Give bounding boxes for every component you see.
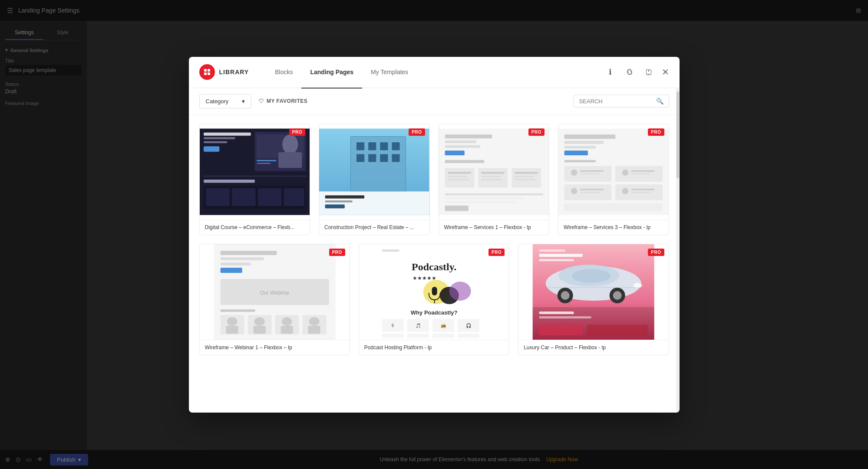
svg-rect-28 <box>392 142 399 150</box>
svg-point-11 <box>282 134 298 154</box>
svg-rect-56 <box>445 197 523 199</box>
svg-point-94 <box>227 317 237 326</box>
svg-rect-141 <box>587 325 648 335</box>
svg-rect-53 <box>514 176 534 177</box>
svg-rect-19 <box>232 188 255 206</box>
svg-rect-127 <box>539 259 574 261</box>
svg-rect-70 <box>580 170 604 172</box>
svg-rect-101 <box>308 326 320 334</box>
svg-rect-61 <box>564 141 604 144</box>
svg-text:📻: 📻 <box>440 323 446 328</box>
svg-rect-76 <box>580 188 604 190</box>
svg-rect-32 <box>392 154 399 162</box>
template-card-wireframe3[interactable]: PRO Wireframe – Services 3 – Flexbox - l… <box>558 124 669 235</box>
svg-rect-21 <box>284 188 304 206</box>
svg-rect-43 <box>445 167 474 187</box>
modal-header-actions: ℹ ✕ <box>604 66 669 78</box>
svg-rect-1 <box>208 69 210 72</box>
svg-rect-63 <box>564 151 588 155</box>
category-dropdown[interactable]: Category ▾ <box>199 94 251 108</box>
heart-icon: ♡ <box>258 98 264 105</box>
svg-rect-5 <box>204 132 251 135</box>
svg-rect-3 <box>208 72 210 75</box>
library-modal: LIBRARY Blocks Landing Pages My Template… <box>189 57 680 413</box>
template-card-title: Wireframe – Webinar 1 – Flexbox – lp <box>200 340 350 355</box>
scrollbar-thumb[interactable] <box>677 92 679 178</box>
pro-badge: PRO <box>289 128 305 136</box>
templates-row-1: PRO Digital Course – eCommerce – Flexb..… <box>199 124 669 235</box>
template-card-image: Podcastly. ★★★★★ <box>359 244 509 340</box>
template-card-title: Luxury Car – Product – Flexbox - lp <box>518 340 668 355</box>
svg-rect-15 <box>204 176 306 177</box>
svg-rect-62 <box>564 146 596 148</box>
modal-toolbar: Category ▾ ♡ MY FAVORITES 🔍 <box>189 88 680 115</box>
template-card-digital-course[interactable]: PRO Digital Course – eCommerce – Flexb..… <box>199 124 310 235</box>
svg-rect-71 <box>580 173 600 174</box>
template-card-podcast[interactable]: Podcastly. ★★★★★ <box>359 244 509 355</box>
svg-rect-99 <box>281 326 293 334</box>
svg-point-135 <box>634 283 642 288</box>
svg-rect-74 <box>631 173 650 174</box>
svg-rect-122 <box>432 334 454 338</box>
svg-rect-140 <box>539 325 583 335</box>
svg-rect-44 <box>478 167 508 187</box>
svg-rect-33 <box>319 191 429 215</box>
template-card-title: Podcast Hosting Platform - lp <box>359 340 509 355</box>
save-icon[interactable] <box>643 66 655 78</box>
search-area[interactable]: 🔍 <box>574 95 669 108</box>
svg-rect-49 <box>481 172 504 174</box>
close-button[interactable]: ✕ <box>662 67 669 77</box>
svg-rect-138 <box>539 312 574 314</box>
pro-badge: PRO <box>528 128 545 136</box>
svg-rect-77 <box>580 192 600 193</box>
svg-rect-103 <box>382 249 399 252</box>
svg-rect-121 <box>407 334 429 338</box>
svg-rect-7 <box>204 141 227 143</box>
svg-rect-95 <box>226 326 238 334</box>
template-card-image: PRO <box>200 124 310 220</box>
tab-landing-pages[interactable]: Landing Pages <box>301 65 362 79</box>
svg-rect-47 <box>447 176 467 177</box>
svg-rect-58 <box>445 205 468 211</box>
svg-rect-20 <box>257 188 281 206</box>
svg-rect-13 <box>257 160 276 161</box>
template-card-title: Digital Course – eCommerce – Flexb... <box>200 220 310 235</box>
svg-text:★★★★★: ★★★★★ <box>412 275 436 281</box>
svg-rect-38 <box>445 134 492 138</box>
svg-rect-84 <box>220 257 264 260</box>
svg-rect-26 <box>368 142 376 150</box>
svg-point-110 <box>449 282 471 301</box>
template-card-construction[interactable]: PRO Construction Project – Real Estate –… <box>319 124 430 235</box>
svg-rect-139 <box>539 316 591 318</box>
template-card-wireframe1[interactable]: PRO Wireframe – Services 1 – Flexbox - l… <box>439 124 550 235</box>
svg-rect-51 <box>481 179 502 180</box>
pro-badge: PRO <box>488 249 505 256</box>
info-icon[interactable]: ℹ <box>604 66 617 78</box>
template-card-luxury-car[interactable]: PRO Luxury Car – Product – Flexbox - lp <box>518 244 669 355</box>
favorites-button[interactable]: ♡ MY FAVORITES <box>258 98 308 105</box>
svg-rect-80 <box>631 192 650 193</box>
template-card-webinar[interactable]: Our Webinar <box>199 244 350 355</box>
svg-text:Why Poadcastly?: Why Poadcastly? <box>411 309 458 316</box>
svg-point-100 <box>309 317 319 326</box>
svg-rect-34 <box>325 195 365 198</box>
svg-rect-36 <box>325 204 345 208</box>
svg-rect-55 <box>445 193 543 195</box>
svg-point-131 <box>561 291 570 300</box>
svg-rect-31 <box>380 154 388 162</box>
svg-rect-40 <box>445 145 480 148</box>
svg-rect-54 <box>514 179 536 180</box>
template-card-image: PRO <box>319 124 429 220</box>
svg-point-72 <box>622 169 628 175</box>
svg-point-75 <box>571 188 577 194</box>
tab-my-templates[interactable]: My Templates <box>362 65 417 79</box>
template-card-title: Wireframe – Services 1 – Flexbox - lp <box>439 220 549 235</box>
svg-text:Our Webinar: Our Webinar <box>260 290 289 296</box>
svg-rect-108 <box>432 287 437 295</box>
search-input[interactable] <box>579 98 653 105</box>
svg-point-96 <box>254 317 264 326</box>
refresh-icon[interactable] <box>624 66 636 78</box>
template-card-image: PRO <box>439 124 549 220</box>
tab-blocks[interactable]: Blocks <box>266 65 301 79</box>
template-card-image: PRO <box>558 124 669 220</box>
